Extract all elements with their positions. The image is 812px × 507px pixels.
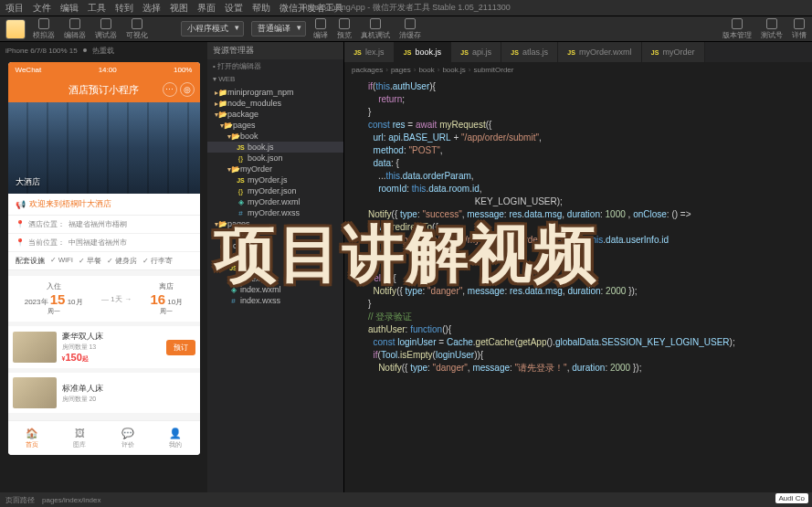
right-button[interactable]: 版本管理 (722, 18, 752, 40)
menu-item[interactable]: 界面 (197, 2, 216, 15)
right-button[interactable]: 测试号 (761, 18, 783, 40)
editor-tab[interactable]: JSlex.js (344, 42, 395, 62)
avatar[interactable] (5, 19, 26, 39)
editor-tab[interactable]: JSatlas.js (501, 42, 558, 62)
tree-item[interactable]: {}myOrder.json (207, 185, 343, 196)
toolbar: 模拟器编辑器调试器可视化 小程序模式 普通编译 编译预览真机调试清缓存 版本管理… (0, 16, 812, 42)
tabbar-item[interactable]: 🖼图库 (56, 421, 104, 455)
root-folder[interactable]: ▾ WEB (207, 73, 343, 85)
room-image (13, 377, 57, 408)
tree-item[interactable]: ▾📂pages (207, 218, 343, 229)
tree-item[interactable]: ▸📁miniprogram_npm (207, 87, 343, 98)
simulator-panel: iPhone 6/7/8 100% 15 热重载 WeChat 14:00 10… (0, 42, 207, 492)
tree-item[interactable]: ◈index.wxml (207, 284, 343, 295)
action-button[interactable]: 真机调试 (361, 18, 390, 40)
tree-item[interactable]: {}book.json (207, 153, 343, 164)
editor-tab[interactable]: JSapi.js (451, 42, 501, 62)
tabbar-item[interactable]: 🏠首页 (8, 421, 57, 455)
menu-item[interactable]: 选择 (142, 2, 161, 15)
mode-button[interactable]: 可视化 (126, 18, 148, 40)
hot-reload-label: 热重载 (92, 46, 114, 56)
right-button[interactable]: 详情 (792, 18, 807, 40)
explorer-title: 资源管理器 (207, 42, 343, 59)
menu-item[interactable]: 设置 (225, 2, 243, 15)
tree-item[interactable]: JSbook.js (207, 142, 343, 153)
amenity: 配套设施 (16, 256, 45, 266)
speaker-icon: 📢 (16, 200, 26, 209)
book-button[interactable]: 预订 (166, 340, 195, 355)
tree-item[interactable]: ▸📁node_modules (207, 98, 343, 109)
phone-simulator: WeChat 14:00 100% 酒店预订小程序 ⋯ ◎ 大酒店 📢 欢迎来到… (8, 62, 200, 455)
tree-item[interactable]: ▾📂book (207, 131, 343, 142)
pin-icon: 📍 (16, 238, 25, 247)
menu-item[interactable]: 工具 (88, 2, 106, 15)
action-button[interactable]: 预览 (337, 18, 352, 40)
tree-item[interactable]: ▾📂pages (207, 120, 343, 131)
clock: 14:00 (99, 66, 117, 74)
mode-button[interactable]: 模拟器 (33, 18, 55, 40)
tree-item[interactable]: ◈myOrder.wxml (207, 196, 343, 207)
tree-item[interactable]: JSmyOrder.js (207, 174, 343, 185)
tabbar-item[interactable]: 💬评价 (104, 421, 153, 455)
compile-dropdown[interactable]: 普通编译 (251, 21, 306, 37)
hotel-name: 大酒店 (16, 176, 40, 188)
tree-item[interactable]: ▸📁atlas (207, 229, 343, 240)
menu-icon[interactable]: ⋯ (163, 82, 177, 97)
editor-tab[interactable]: JSbook.js (395, 42, 452, 62)
editor-tab[interactable]: JSmyOrder (642, 42, 705, 62)
menubar: 项目文件编辑工具转到选择视图界面设置帮助微信开发者工具 HotelBooking… (0, 0, 812, 16)
code-area[interactable]: if(this.authUser){ return;}const res = a… (344, 77, 812, 492)
editor-tab[interactable]: JSmyOrder.wxml (558, 42, 642, 62)
amenity: ✓ 健身房 (107, 256, 137, 266)
menu-item[interactable]: 转到 (115, 2, 133, 15)
room-card[interactable]: 标准单人床房间数量 20 (8, 373, 200, 413)
hero-image: 大酒店 (8, 102, 200, 194)
file-explorer: 资源管理器 • 打开的编辑器 ▾ WEB ▸📁miniprogram_npm▸📁… (207, 42, 344, 492)
carrier: WeChat (16, 66, 42, 74)
action-button[interactable]: 清缓存 (399, 18, 421, 40)
pin-icon: 📍 (16, 220, 25, 228)
open-editors-label[interactable]: • 打开的编辑器 (207, 59, 343, 73)
close-icon[interactable]: ◎ (180, 82, 195, 97)
statusbar: 页面路径 pages/index/index (0, 492, 812, 507)
amenity: ✓ 早餐 (79, 256, 101, 266)
tree-item[interactable]: {}index.json (207, 273, 343, 284)
tree-item[interactable]: ▾📂myOrder (207, 164, 343, 174)
tree-item[interactable]: ▸📁comment (207, 240, 343, 251)
device-label: iPhone 6/7/8 100% 15 (5, 47, 78, 55)
room-card[interactable]: 豪华双人床房间数量 13¥150起预订 (8, 326, 200, 368)
code-editor: JSlex.jsJSbook.jsJSapi.jsJSatlas.jsJSmyO… (344, 42, 812, 492)
menu-item[interactable]: 帮助 (252, 2, 270, 15)
tree-item[interactable]: #myOrder.wxss (207, 207, 343, 218)
mode-button[interactable]: 编辑器 (64, 18, 86, 40)
watermark: Audi Co (775, 493, 808, 503)
menu-item[interactable]: 视图 (170, 2, 188, 15)
room-image (13, 332, 57, 363)
welcome-banner: 📢 欢迎来到梧桐叶大酒店 (8, 194, 200, 216)
battery: 100% (174, 66, 192, 74)
mode-button[interactable]: 调试器 (95, 18, 117, 40)
menu-item[interactable]: 项目 (5, 2, 24, 15)
tree-item[interactable]: ▾📂package (207, 109, 343, 120)
window-title: HotelBookingApp - 微信开发者工具 Stable 1.05_21… (301, 2, 511, 14)
amenity: ✓ WiFi (50, 256, 73, 266)
tabbar-item[interactable]: 👤我的 (152, 421, 200, 455)
tree-item[interactable]: #index.wxss (207, 295, 343, 306)
amenity: ✓ 行李寄 (142, 256, 173, 266)
date-picker[interactable]: 入住 2023年 15 10月 周一 — 1天 → 离店 16 10月 周一 (8, 276, 200, 322)
tree-item[interactable]: JSindex.js (207, 262, 343, 273)
action-button[interactable]: 编译 (313, 18, 328, 40)
menu-item[interactable]: 编辑 (60, 2, 79, 15)
menu-item[interactable]: 文件 (33, 2, 51, 15)
tree-item[interactable]: ▾📂index (207, 251, 343, 262)
app-title: 酒店预订小程序 (69, 83, 139, 97)
compile-mode-dropdown[interactable]: 小程序模式 (181, 21, 244, 37)
